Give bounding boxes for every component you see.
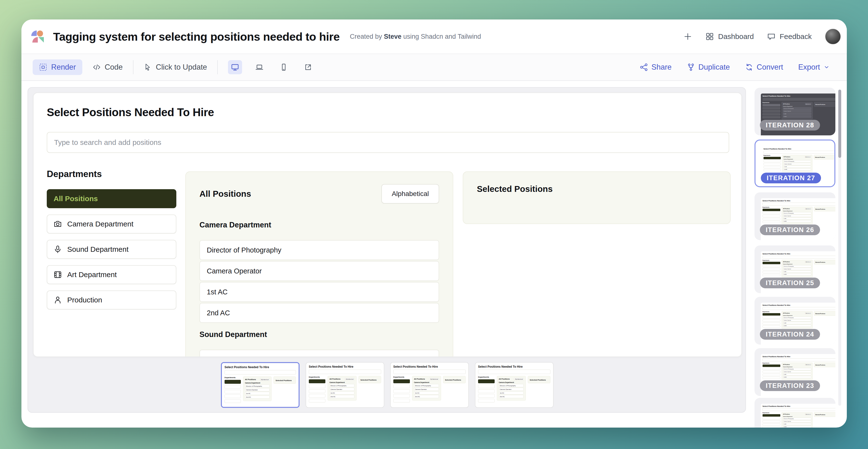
mini-position-row: Director of Photography <box>783 418 811 420</box>
mini-department-row <box>393 394 410 397</box>
mini-active-department <box>393 379 410 383</box>
mini-app-heading: Select Positions Needed To Hire <box>763 304 835 306</box>
department-art[interactable]: Art Department <box>47 265 176 284</box>
mini-position-row: Director of Photography <box>499 384 524 387</box>
window-header: Tagging system for selecting positions n… <box>22 20 847 54</box>
mini-department-row <box>763 265 780 267</box>
mini-departments-label: Departments <box>763 362 780 364</box>
mini-department-row <box>763 319 780 321</box>
alphabetical-sort-button[interactable]: Alphabetical <box>381 184 439 203</box>
feedback-bubble-icon <box>767 32 776 41</box>
iteration-card-23[interactable]: Select Positions Needed To Hire Departme… <box>754 348 835 396</box>
department-label: Camera Department <box>67 220 133 228</box>
device-desktop-button[interactable] <box>228 60 242 74</box>
mini-position-row: 1st AC <box>783 373 811 376</box>
mini-departments-label: Departments <box>763 207 780 208</box>
mini-search-bar <box>763 358 835 361</box>
mini-position-row: 2nd AC <box>783 426 811 427</box>
feedback-button[interactable]: Feedback <box>767 32 812 41</box>
mini-app-heading: Select Positions Needed To Hire <box>478 365 550 368</box>
department-label: Production <box>67 296 102 304</box>
app-window: Tagging system for selecting positions n… <box>22 20 847 427</box>
mini-position-row: Camera Operator <box>783 371 811 373</box>
department-label: Art Department <box>67 270 117 279</box>
mini-departments-label: Departments <box>224 377 241 379</box>
click-to-update-button[interactable]: Click to Update <box>144 63 207 72</box>
mini-position-row: 2nd AC <box>783 273 811 276</box>
convert-button[interactable]: Convert <box>745 63 783 72</box>
iteration-card-25[interactable]: Select Positions Needed To Hire Departme… <box>754 246 835 293</box>
iteration-card-28[interactable]: Select Positions Needed To Hire Departme… <box>754 88 835 135</box>
mini-department-row <box>763 107 780 109</box>
position-row[interactable]: 2nd AC <box>199 303 439 323</box>
position-row[interactable]: Sound Mixer <box>199 350 439 357</box>
popout-preview-button[interactable] <box>301 60 315 74</box>
mini-position-row: 1st AC <box>414 391 439 394</box>
all-positions-panel: All Positions Alphabetical Camera Depart… <box>185 171 453 357</box>
version-thumbnail[interactable]: Select Positions Needed To Hire Departme… <box>306 362 384 408</box>
mini-position-row: Camera Operator <box>783 319 811 321</box>
mini-search-bar <box>309 370 381 374</box>
device-phone-button[interactable] <box>277 60 291 74</box>
duplicate-button[interactable]: Duplicate <box>687 63 730 72</box>
iteration-card-partial[interactable]: Select Positions Needed To Hire Departme… <box>754 398 835 427</box>
version-thumbnail[interactable]: Select Positions Needed To Hire Departme… <box>390 362 469 408</box>
mini-group-name: Camera Department <box>245 382 270 384</box>
cursor-icon <box>144 63 152 71</box>
iterations-scrollbar-thumb[interactable] <box>838 90 841 158</box>
mini-app-preview: Select Positions Needed To Hire Departme… <box>475 362 553 407</box>
mini-active-department <box>764 157 781 159</box>
device-laptop-button[interactable] <box>252 60 267 74</box>
mini-department-row <box>763 113 780 116</box>
mini-department-row <box>763 325 780 327</box>
department-production[interactable]: Production <box>47 290 176 310</box>
position-row[interactable]: Director of Photography <box>199 240 439 260</box>
position-row[interactable]: Camera Operator <box>199 261 439 281</box>
mini-position-row: Camera Operator <box>499 388 524 391</box>
version-thumbnail[interactable]: Select Positions Needed To Hire Departme… <box>221 362 300 408</box>
plus-icon[interactable] <box>683 32 692 41</box>
export-button[interactable]: Export <box>798 63 830 72</box>
render-tab[interactable]: Render <box>33 59 82 75</box>
mini-selected-positions-title: Selected Positions <box>815 209 825 210</box>
person-icon <box>54 296 62 304</box>
mini-department-row <box>764 163 781 165</box>
mini-selected-positions-title: Selected Positions <box>815 364 825 366</box>
mini-position-row: Camera Operator <box>783 420 811 422</box>
mini-selected-positions-title: Selected Positions <box>276 379 292 382</box>
mini-position-row: Director of Photography <box>783 107 811 109</box>
department-all-positions[interactable]: All Positions <box>47 189 176 208</box>
mini-active-department <box>763 364 780 367</box>
mini-department-row <box>393 384 410 388</box>
iteration-card-26[interactable]: Select Positions Needed To Hire Departme… <box>754 192 835 240</box>
mini-position-row: 1st AC <box>245 392 270 395</box>
mini-department-row <box>763 371 780 373</box>
mini-department-row <box>763 116 780 118</box>
code-tab[interactable]: Code <box>93 63 123 72</box>
mini-sort-button: Alphabetical <box>805 413 811 415</box>
share-button[interactable]: Share <box>640 63 672 72</box>
camera-icon <box>54 220 62 228</box>
selected-positions-panel: Selected Positions <box>463 171 731 224</box>
mini-departments-label: Departments <box>309 376 326 378</box>
department-camera[interactable]: Camera Department <box>47 215 176 233</box>
mini-all-positions-title: All Positions <box>783 261 790 262</box>
mini-department-row <box>393 399 410 403</box>
department-sound[interactable]: Sound Department <box>47 240 176 259</box>
iteration-card-24[interactable]: Select Positions Needed To Hire Departme… <box>754 297 835 345</box>
created-by-prefix: Created by <box>350 33 382 40</box>
dashboard-button[interactable]: Dashboard <box>705 32 754 41</box>
user-avatar[interactable] <box>825 29 841 44</box>
search-input[interactable] <box>47 132 729 153</box>
mini-department-row <box>478 394 495 397</box>
mini-position-row: Director of Photography <box>783 265 811 267</box>
iteration-badge: ITERATION 26 <box>760 224 820 235</box>
mini-group-name: Camera Department <box>330 382 354 383</box>
mini-department-row <box>763 417 780 420</box>
position-row[interactable]: 1st AC <box>199 282 439 302</box>
mini-selected-positions-title: Selected Positions <box>361 379 376 381</box>
group-heading-sound: Sound Department <box>199 330 439 339</box>
iteration-card-27[interactable]: Select Positions Needed To Hire Departme… <box>754 139 835 187</box>
mini-position-row: 1st AC <box>783 218 811 220</box>
version-thumbnail[interactable]: Select Positions Needed To Hire Departme… <box>475 362 554 408</box>
